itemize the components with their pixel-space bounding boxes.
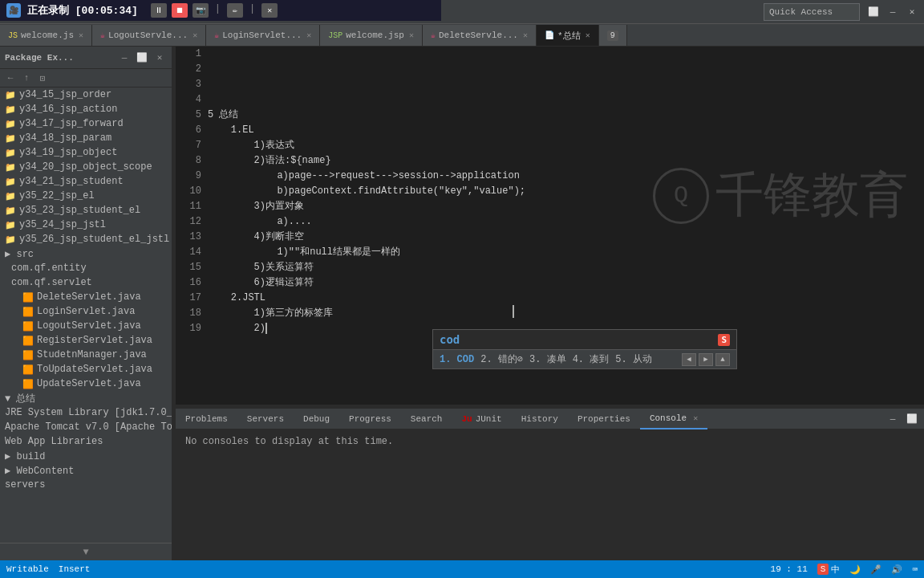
sidebar-item-y35-23[interactable]: 📁 y35_23_jsp_student_el	[0, 203, 172, 218]
tab-console-close[interactable]: ✕	[693, 413, 698, 423]
stop-button[interactable]: ⏹	[172, 3, 188, 18]
sidebar-item-y35-24[interactable]: 📁 y35_24_jsp_jstl	[0, 218, 172, 232]
sidebar-item-tomcat[interactable]: Apache Tomcat v7.0 [Apache Tomc...	[0, 420, 172, 434]
code-line-17: 2.JSTL	[208, 291, 921, 306]
bottom-panel-minimize[interactable]: —	[884, 410, 902, 428]
tab-servers[interactable]: Servers	[237, 409, 294, 429]
code-line-18: 1)第三方的标签库	[208, 306, 921, 321]
sidebar-item-y34-20[interactable]: 📁 y34_20_jsp_object_scope	[0, 160, 172, 174]
tab-console[interactable]: Console ✕	[640, 409, 707, 429]
status-sogou-icon[interactable]: S 中	[817, 564, 841, 576]
code-line-14: 1)""和null结果都是一样的	[208, 245, 921, 260]
tab-close-welcome-jsp[interactable]: ✕	[409, 31, 414, 40]
tab-icon-delete: ☕	[431, 31, 436, 40]
tab-number[interactable]: 9	[599, 25, 627, 46]
sidebar-item-src[interactable]: ▶ src	[0, 246, 172, 261]
camera-button[interactable]: 📷	[192, 3, 209, 18]
close-recording-button[interactable]: ✕	[261, 3, 278, 18]
sidebar-item-delete-servlet[interactable]: 🟧 DeleteServlet.java	[0, 290, 172, 304]
sidebar-item-logout-servlet[interactable]: 🟧 LogoutServlet.java	[0, 319, 172, 333]
status-speaker-icon[interactable]: 🔊	[891, 564, 902, 575]
tab-close-login[interactable]: ✕	[306, 31, 311, 40]
bottom-panel-maximize[interactable]: ⬜	[903, 410, 921, 428]
status-keyboard-icon[interactable]: ⌨	[912, 564, 918, 575]
autocomplete-option-1[interactable]: 1. COD	[440, 354, 474, 365]
autocomplete-option-3[interactable]: 3. 凑单	[529, 352, 566, 366]
sidebar-item-jre[interactable]: JRE System Library [jdk1.7.0_21]	[0, 405, 172, 420]
sidebar-file-tree[interactable]: 📁 y34_15_jsp_order 📁 y34_16_jsp_action 📁…	[0, 88, 172, 543]
tab-console-label: Console	[650, 413, 687, 423]
autocomplete-popup: cod S 1. COD 2. 错的⊘ 3. 凑单 4. 凑到 5. 从动 ◀ …	[432, 329, 737, 369]
no-consoles-message: No consoles to display at this time.	[185, 436, 393, 447]
sidebar-item-register-servlet[interactable]: 🟧 RegisterServlet.java	[0, 333, 172, 348]
autocomplete-prev[interactable]: ◀	[682, 353, 696, 366]
autocomplete-expand[interactable]: ▲	[715, 353, 730, 366]
tab-close-welcome-js[interactable]: ✕	[79, 31, 83, 40]
minimize-button[interactable]: —	[884, 3, 902, 21]
tab-close-logout[interactable]: ✕	[192, 31, 197, 40]
autocomplete-next[interactable]: ▶	[699, 353, 713, 366]
maximize-button[interactable]: ⬜	[865, 3, 882, 21]
tab-properties[interactable]: Properties	[568, 409, 640, 429]
sidebar-item-webapplibs[interactable]: Web App Libraries	[0, 434, 172, 449]
sidebar-item-toupdate-servlet[interactable]: 🟧 ToUpdateServlet.java	[0, 362, 172, 377]
tab-problems[interactable]: Problems	[176, 409, 237, 429]
sidebar-item-y34-19[interactable]: 📁 y34_19_jsp_object	[0, 145, 172, 160]
sidebar-item-update-servlet[interactable]: 🟧 UpdateServlet.java	[0, 377, 172, 391]
tab-search[interactable]: Search	[401, 409, 452, 429]
pause-button[interactable]: ⏸	[151, 3, 167, 18]
sidebar-item-y35-22[interactable]: 📁 y35_22_jsp_el	[0, 189, 172, 203]
window-close-button[interactable]: ✕	[903, 3, 921, 21]
tab-close-delete[interactable]: ✕	[523, 31, 528, 40]
status-mic-icon[interactable]: 🎤	[870, 564, 881, 575]
sidebar-item-com-servlet[interactable]: com.qf.servlet	[0, 275, 172, 290]
tab-progress[interactable]: Progress	[339, 409, 401, 429]
bottom-tab-actions: — ⬜	[884, 410, 924, 428]
tab-junit[interactable]: Ju JUnit	[452, 409, 511, 429]
sidebar-item-y34-15[interactable]: 📁 y34_15_jsp_order	[0, 88, 172, 102]
tab-welcome-js[interactable]: JS welcome.js ✕	[0, 25, 92, 46]
autocomplete-option-5[interactable]: 5. 从动	[615, 352, 652, 366]
ide-container: 🎥 正在录制 [00:05:34] ⏸ ⏹ 📷 | ✏ | ✕ 📄 💾 🖨 ✂ …	[0, 0, 924, 578]
sidebar-collapse-btn[interactable]: ⊡	[35, 71, 50, 85]
quick-access-box[interactable]: Quick Access	[764, 3, 860, 21]
sidebar-item-y34-17[interactable]: 📁 y34_17_jsp_forward	[0, 116, 172, 131]
autocomplete-option-2[interactable]: 2. 错的⊘	[480, 352, 523, 366]
tab-delete-servlet[interactable]: ☕ DeleteServle... ✕	[423, 25, 537, 46]
pen-button[interactable]: ✏	[227, 3, 243, 18]
sidebar-item-servers[interactable]: servers	[0, 478, 172, 492]
sidebar-close-btn[interactable]: ✕	[152, 51, 167, 65]
sidebar-item-y34-18[interactable]: 📁 y34_18_jsp_param	[0, 131, 172, 145]
autocomplete-option-4[interactable]: 4. 凑到	[573, 352, 610, 366]
tab-welcome-jsp[interactable]: JSP welcome.jsp ✕	[320, 25, 423, 46]
code-line-2	[208, 62, 921, 77]
sidebar-item-login-servlet[interactable]: 🟧 LoginServlet.java	[0, 304, 172, 319]
status-right: 19 : 11 S 中 🌙 🎤 🔊 ⌨	[771, 564, 918, 576]
tab-login-servlet[interactable]: ☕ LoginServlet... ✕	[206, 25, 320, 46]
sidebar-back-btn[interactable]: ←	[3, 71, 18, 85]
tab-history[interactable]: History	[512, 409, 568, 429]
sidebar-item-com-entity[interactable]: com.qf.entity	[0, 261, 172, 275]
sidebar-item-webcontent[interactable]: ▶ WebContent	[0, 463, 172, 478]
sidebar-item-build[interactable]: ▶ build	[0, 449, 172, 463]
sidebar-minimize-btn[interactable]: —	[117, 51, 132, 65]
tab-label-welcome-js: welcome.js	[21, 31, 74, 40]
status-moon-icon[interactable]: 🌙	[849, 564, 861, 575]
tab-summary[interactable]: 📄 *总结 ✕	[537, 25, 599, 46]
tab-search-label: Search	[411, 414, 443, 424]
tab-close-summary[interactable]: ✕	[586, 31, 590, 40]
sidebar-item-summary[interactable]: ▼ 总结	[0, 391, 172, 405]
tab-logout-servlet[interactable]: ☕ LogoutServle... ✕	[92, 25, 206, 46]
tab-debug[interactable]: Debug	[294, 409, 339, 429]
code-line-4	[208, 92, 921, 108]
sidebar-maximize-btn[interactable]: ⬜	[135, 51, 149, 65]
sidebar-item-y34-21[interactable]: 📁 y34_21_jsp_student	[0, 174, 172, 189]
sidebar-item-y35-26[interactable]: 📁 y35_26_jsp_student_el_jstl	[0, 232, 172, 246]
status-bar: Writable Insert 19 : 11 S 中 🌙 🎤 🔊 ⌨	[0, 560, 924, 578]
sidebar-item-studetnmanager[interactable]: 🟧 StudetnManager.java	[0, 348, 172, 362]
tab-label-login: LoginServlet...	[222, 31, 302, 40]
sidebar-item-y34-16[interactable]: 📁 y34_16_jsp_action	[0, 102, 172, 116]
line-numbers: 1234 5678 9101112 13141516 171819	[176, 47, 205, 405]
sidebar-scroll-down[interactable]: ▼	[0, 543, 172, 560]
sidebar-refresh-btn[interactable]: ↑	[19, 71, 34, 85]
